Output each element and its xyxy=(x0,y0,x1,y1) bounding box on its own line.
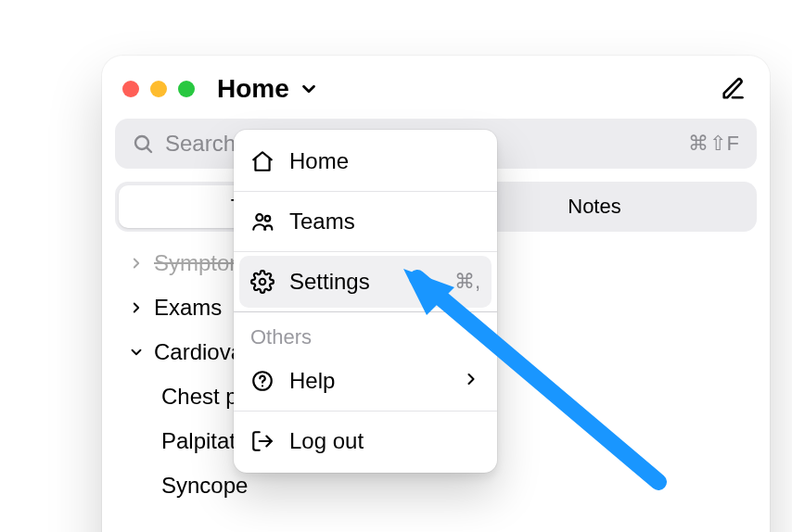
menu-separator xyxy=(234,311,497,312)
menu-item-label: Help xyxy=(289,368,335,394)
title-dropdown-menu: Home Teams Settings ⌘, Others Help xyxy=(234,130,497,473)
chevron-right-icon xyxy=(462,368,480,394)
teams-icon xyxy=(250,209,275,234)
menu-item-label: Teams xyxy=(289,209,355,234)
menu-separator xyxy=(234,191,497,192)
menu-item-label: Home xyxy=(289,148,349,174)
chevron-right-icon xyxy=(128,299,145,316)
chevron-down-icon xyxy=(299,79,319,99)
titlebar: Home xyxy=(102,56,770,119)
svg-point-4 xyxy=(260,279,266,285)
svg-point-3 xyxy=(265,216,271,222)
menu-item-label: Log out xyxy=(289,428,364,454)
fullscreen-window-icon[interactable] xyxy=(178,81,195,97)
compose-button[interactable] xyxy=(716,72,749,106)
menu-section-heading: Others xyxy=(234,316,497,355)
tree-label: Exams xyxy=(154,295,222,321)
search-shortcut: ⌘⇧F xyxy=(688,132,740,156)
svg-point-2 xyxy=(256,214,262,221)
menu-item-home[interactable]: Home xyxy=(234,135,497,187)
menu-separator xyxy=(234,411,497,412)
close-window-icon[interactable] xyxy=(122,81,139,97)
title-dropdown[interactable]: Home xyxy=(217,74,319,104)
logout-icon xyxy=(250,429,275,453)
traffic-lights xyxy=(122,81,195,97)
menu-item-settings[interactable]: Settings ⌘, xyxy=(239,256,492,308)
compose-icon xyxy=(720,76,746,102)
chevron-down-icon xyxy=(128,344,145,361)
menu-item-label: Settings xyxy=(289,269,370,295)
chevron-right-icon xyxy=(128,255,145,272)
help-icon xyxy=(250,369,275,393)
menu-item-teams[interactable]: Teams xyxy=(234,196,497,247)
menu-separator xyxy=(234,251,497,252)
minimize-window-icon[interactable] xyxy=(150,81,167,97)
menu-item-help[interactable]: Help xyxy=(234,355,497,407)
menu-item-logout[interactable]: Log out xyxy=(234,415,497,467)
menu-item-shortcut: ⌘, xyxy=(454,270,480,294)
home-icon xyxy=(250,149,275,173)
search-icon xyxy=(132,133,154,155)
gear-icon xyxy=(250,270,275,294)
svg-line-1 xyxy=(147,148,151,152)
window-title: Home xyxy=(217,74,289,104)
